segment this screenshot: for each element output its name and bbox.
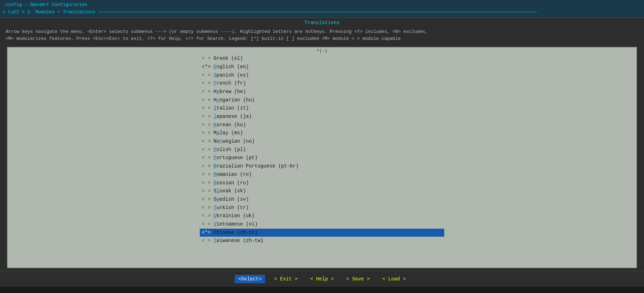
- item-bracket: < >: [202, 138, 214, 144]
- item-text-after: orean (ko): [217, 122, 246, 128]
- item-text: S: [214, 196, 217, 202]
- item-text-after: wegian (no): [222, 138, 255, 144]
- list-item[interactable]: < > Hungarian (hu): [200, 96, 444, 105]
- help-line2: <M> modularizes features. Press <Esc><Es…: [6, 35, 638, 43]
- footer-bar: [0, 287, 644, 293]
- list-item[interactable]: < > Turkish (tr): [200, 204, 444, 212]
- item-text-after: ovak (sk): [219, 188, 246, 194]
- content-area: ^(-) < > Greek (el)<*> English (en)< > S…: [7, 47, 637, 268]
- save-button[interactable]: < Save >: [343, 275, 373, 283]
- item-hotkey: T: [214, 205, 217, 210]
- item-bracket: < >: [202, 105, 214, 111]
- list-item[interactable]: < > Polish (pl): [200, 146, 444, 154]
- item-hotkey: E: [214, 64, 217, 70]
- select-button[interactable]: <Select>: [235, 275, 265, 283]
- list-item[interactable]: < > Greek (el): [200, 55, 444, 63]
- list-item[interactable]: < > Italian (it): [200, 104, 444, 113]
- item-bracket: < >: [202, 180, 214, 186]
- title-bar: .config - OpenWrt Configuration > LuCI >…: [0, 0, 644, 18]
- item-bracket: < >: [202, 122, 214, 128]
- list-item[interactable]: < > Vietnamese (vi): [200, 220, 444, 229]
- item-bracket: < >: [202, 130, 214, 136]
- item-bracket: < >: [202, 114, 214, 119]
- item-text: S: [214, 188, 217, 194]
- list-item[interactable]: < > Hebrew (he): [200, 88, 444, 96]
- item-text-after: razialian Portuguese (pt-br): [217, 163, 299, 169]
- item-bracket: < >: [202, 205, 214, 210]
- list-item[interactable]: <*> English (en): [200, 63, 444, 71]
- item-hotkey: V: [214, 221, 217, 227]
- item-hotkey: U: [214, 213, 217, 219]
- list-item[interactable]: < > Korean (ko): [200, 121, 444, 129]
- item-text-after: ngarian (hu): [219, 97, 255, 103]
- item-text: H: [214, 89, 217, 94]
- item-hotkey: J: [214, 114, 217, 119]
- item-bracket: < >: [202, 221, 214, 227]
- item-text-after: brew (he): [219, 89, 246, 94]
- list-item[interactable]: < > Brazialian Portuguese (pt-br): [200, 162, 444, 171]
- exit-button[interactable]: < Exit >: [271, 275, 301, 283]
- list-item[interactable]: < > Japanese (ja): [200, 113, 444, 121]
- title-line2: > LuCI > 2. Modules > Translations ─────…: [3, 9, 641, 16]
- load-button[interactable]: < Load >: [379, 275, 409, 283]
- item-text: M: [214, 130, 217, 136]
- list-item[interactable]: <*> Chinese (zh-cn): [200, 229, 444, 237]
- item-hotkey: S: [214, 72, 217, 78]
- item-text-after: panish (es): [217, 72, 249, 78]
- bottom-bar: <Select> < Exit > < Help > < Save > < Lo…: [0, 271, 644, 287]
- item-text-after: krainian (uk): [217, 213, 255, 219]
- item-bracket: < >: [202, 89, 214, 94]
- list-item[interactable]: < > Taiwanese (zh-tw): [200, 237, 444, 245]
- list-item[interactable]: < > Russian (ru): [200, 179, 444, 187]
- list-item[interactable]: < > Swedish (sv): [200, 195, 444, 204]
- item-text-after: omanian (ro): [217, 172, 252, 177]
- item-hotkey: K: [214, 122, 217, 128]
- item-hotkey: P: [214, 155, 217, 160]
- item-bracket: < >: [202, 238, 214, 243]
- item-bracket: <*>: [202, 64, 214, 70]
- item-bracket: < >: [202, 163, 214, 169]
- item-text-after: ietnamese (vi): [217, 221, 258, 227]
- item-bracket: < >: [202, 97, 214, 103]
- list-item[interactable]: < > French (fr): [200, 79, 444, 88]
- item-text-after: apanese (ja): [217, 114, 252, 119]
- list-item[interactable]: < > Norwegian (no): [200, 137, 444, 146]
- item-text-after: rench (fr): [217, 80, 246, 86]
- item-text-after: talian (it): [217, 105, 249, 111]
- help-text: Arrow keys navigate the menu. <Enter> se…: [0, 27, 644, 44]
- title-prefix: > LuCI > 2. Modules >: [3, 9, 63, 15]
- list-item[interactable]: < > Portuguese (pt): [200, 154, 444, 162]
- item-bracket: < >: [202, 188, 214, 194]
- item-hotkey: R: [214, 172, 217, 177]
- list-item[interactable]: < > Ukrainian (uk): [200, 212, 444, 220]
- item-bracket: < >: [202, 147, 214, 152]
- item-bracket: < >: [202, 196, 214, 202]
- item-bracket: < >: [202, 80, 214, 86]
- main-container: Translations Arrow keys navigate the men…: [0, 18, 644, 287]
- list-item[interactable]: < > Spanish (es): [200, 71, 444, 80]
- item-bracket: < >: [202, 72, 214, 78]
- item-bracket: < >: [202, 172, 214, 177]
- title-translations: Translations: [63, 9, 96, 15]
- list-item[interactable]: < > Malay (ms): [200, 129, 444, 137]
- item-text-after: nglish (en): [217, 64, 249, 70]
- item-list: < > Greek (el)<*> English (en)< > Spanis…: [8, 48, 636, 249]
- item-hotkey: P: [214, 147, 217, 152]
- item-bracket: < >: [202, 213, 214, 219]
- item-text: Greek (el): [214, 56, 243, 61]
- item-hotkey: I: [214, 105, 217, 111]
- item-text-after: ussian (ru): [217, 180, 249, 186]
- help-line1: Arrow keys navigate the menu. <Enter> se…: [6, 28, 638, 36]
- item-text: Chinese (zh-cn): [214, 230, 258, 235]
- item-text-after: urkish (tr): [217, 205, 249, 210]
- item-bracket: < >: [202, 155, 214, 160]
- item-bracket: <*>: [202, 230, 214, 235]
- list-item[interactable]: < > Romanian (ro): [200, 171, 444, 179]
- list-item[interactable]: < > Slovak (sk): [200, 187, 444, 195]
- center-title: Translations: [0, 18, 644, 27]
- item-text-after: lay (ms): [219, 130, 243, 136]
- item-text-after: edish (sv): [219, 196, 249, 202]
- help-button[interactable]: < Help >: [307, 275, 337, 283]
- scroll-indicator: ^(-): [316, 48, 327, 53]
- item-text: No: [214, 138, 220, 144]
